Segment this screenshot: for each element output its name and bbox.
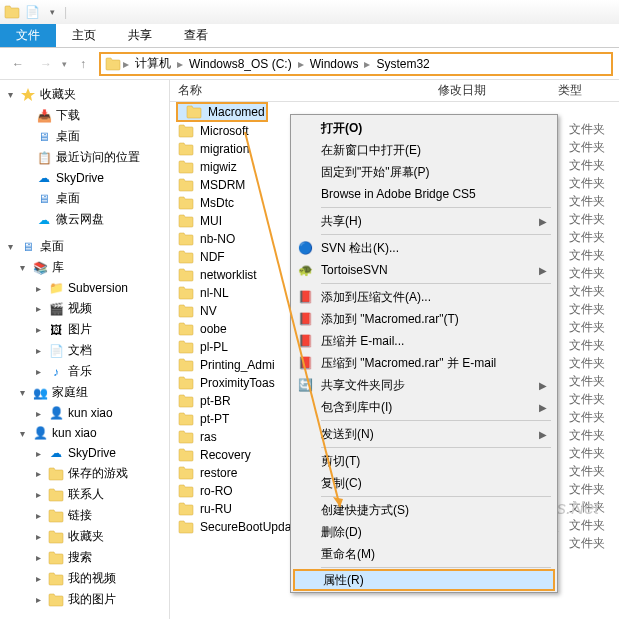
crumb-drive[interactable]: Windows8_OS (C:)	[185, 57, 296, 71]
menu-include[interactable]: 包含到库中(I)▶	[293, 396, 555, 418]
menu-properties[interactable]: 属性(R)	[293, 569, 555, 591]
sidebar-contacts[interactable]: ▸联系人	[0, 484, 169, 505]
sidebar-desktop-group[interactable]: ▾🖥桌面	[0, 236, 169, 257]
menu-newwindow[interactable]: 在新窗口中打开(E)	[293, 139, 555, 161]
tab-view[interactable]: 查看	[168, 24, 224, 47]
chevron-right-icon: ▶	[539, 216, 547, 227]
chevron-right-icon: ▶	[539, 380, 547, 391]
sidebar-downloads[interactable]: 📥下载	[0, 105, 169, 126]
rar-icon: 📕	[297, 311, 313, 327]
menu-delete[interactable]: 删除(D)	[293, 521, 555, 543]
folder-icon	[178, 340, 194, 354]
sidebar-mypictures[interactable]: ▸我的图片	[0, 589, 169, 610]
folder-icon	[178, 412, 194, 426]
menu-open[interactable]: 打开(O)	[293, 117, 555, 139]
file-name: Macromed	[208, 105, 266, 119]
tortoise-icon: 🐢	[297, 262, 313, 278]
chevron-right-icon: ▶	[539, 402, 547, 413]
menu-sharesync[interactable]: 🔄共享文件夹同步▶	[293, 374, 555, 396]
sidebar-documents[interactable]: ▸📄文档	[0, 340, 169, 361]
folder-icon	[178, 322, 194, 336]
menu-addrar[interactable]: 📕添加到 "Macromed.rar"(T)	[293, 308, 555, 330]
ribbon: 文件 主页 共享 查看	[0, 24, 619, 48]
folder-icon	[178, 304, 194, 318]
history-dropdown-icon[interactable]: ▾	[62, 59, 67, 69]
sidebar-recent[interactable]: 📋最近访问的位置	[0, 147, 169, 168]
menu-zipemail[interactable]: 📕压缩并 E-mail...	[293, 330, 555, 352]
sidebar-libraries[interactable]: ▾📚库	[0, 257, 169, 278]
tab-home[interactable]: 主页	[56, 24, 112, 47]
chevron-right-icon: ▶	[539, 429, 547, 440]
sidebar-searches[interactable]: ▸搜索	[0, 547, 169, 568]
sidebar-pictures[interactable]: ▸🖼图片	[0, 319, 169, 340]
chevron-right-icon: ▶	[539, 265, 547, 276]
col-type[interactable]: 类型	[550, 82, 619, 99]
sidebar-user2[interactable]: ▾👤kun xiao	[0, 423, 169, 443]
menu-bridge[interactable]: Browse in Adobe Bridge CS5	[293, 183, 555, 205]
menu-svn-checkout[interactable]: 🔵SVN 检出(K)...	[293, 237, 555, 259]
crumb-system32[interactable]: System32	[372, 57, 433, 71]
sidebar-skydrive[interactable]: ☁SkyDrive	[0, 168, 169, 188]
sidebar-homegroup[interactable]: ▾👥家庭组	[0, 382, 169, 403]
sidebar-videos[interactable]: ▸🎬视频	[0, 298, 169, 319]
tab-file[interactable]: 文件	[0, 24, 56, 47]
menu-rename[interactable]: 重命名(M)	[293, 543, 555, 565]
breadcrumb[interactable]: ▸ 计算机 ▸ Windows8_OS (C:) ▸ Windows ▸ Sys…	[99, 52, 613, 76]
folder-icon	[178, 142, 194, 156]
col-date[interactable]: 修改日期	[430, 82, 550, 99]
sidebar-links[interactable]: ▸链接	[0, 505, 169, 526]
menu-tortoise[interactable]: 🐢TortoiseSVN▶	[293, 259, 555, 281]
menu-separator	[321, 420, 551, 421]
chevron-right-icon[interactable]: ▸	[175, 57, 185, 71]
col-name[interactable]: 名称	[170, 82, 430, 99]
menu-cut[interactable]: 剪切(T)	[293, 450, 555, 472]
menu-shortcut[interactable]: 创建快捷方式(S)	[293, 499, 555, 521]
menu-addzip[interactable]: 📕添加到压缩文件(A)...	[293, 286, 555, 308]
folder-icon	[178, 466, 194, 480]
folder-icon	[178, 394, 194, 408]
folder-icon	[178, 178, 194, 192]
dropdown-icon[interactable]: ▾	[44, 4, 60, 20]
back-button[interactable]: ←	[6, 52, 30, 76]
folder-icon	[178, 196, 194, 210]
sidebar-skydrive2[interactable]: ▸☁SkyDrive	[0, 443, 169, 463]
folder-icon	[178, 268, 194, 282]
sidebar-favorites2[interactable]: ▸收藏夹	[0, 526, 169, 547]
menu-separator	[321, 207, 551, 208]
crumb-windows[interactable]: Windows	[306, 57, 363, 71]
menu-zipemailrar[interactable]: 📕压缩到 "Macromed.rar" 并 E-mail	[293, 352, 555, 374]
folder-icon	[4, 4, 20, 20]
chevron-right-icon[interactable]: ▸	[296, 57, 306, 71]
folder-icon	[186, 105, 202, 119]
sidebar-weiyun[interactable]: ☁微云网盘	[0, 209, 169, 230]
folder-icon	[178, 160, 194, 174]
sidebar-music[interactable]: ▸♪音乐	[0, 361, 169, 382]
tab-share[interactable]: 共享	[112, 24, 168, 47]
sidebar-favorites[interactable]: ▾收藏夹	[0, 84, 169, 105]
up-button[interactable]: ↑	[71, 52, 95, 76]
menu-share[interactable]: 共享(H)▶	[293, 210, 555, 232]
folder-icon	[178, 250, 194, 264]
sidebar-user1[interactable]: ▸👤kun xiao	[0, 403, 169, 423]
folder-icon	[178, 124, 194, 138]
folder-icon	[178, 520, 194, 534]
sidebar-desktop[interactable]: 🖥桌面	[0, 126, 169, 147]
menu-separator	[321, 283, 551, 284]
menu-separator	[321, 567, 551, 568]
folder-icon	[178, 232, 194, 246]
chevron-right-icon[interactable]: ▸	[362, 57, 372, 71]
nav-bar: ← → ▾ ↑ ▸ 计算机 ▸ Windows8_OS (C:) ▸ Windo…	[0, 48, 619, 80]
annotation-arrow	[245, 132, 247, 507]
chevron-right-icon[interactable]: ▸	[121, 57, 131, 71]
column-headers: 名称 修改日期 类型	[170, 80, 619, 102]
sidebar-savedgames[interactable]: ▸保存的游戏	[0, 463, 169, 484]
folder-icon	[178, 484, 194, 498]
sidebar-desktop2[interactable]: 🖥桌面	[0, 188, 169, 209]
menu-sendto[interactable]: 发送到(N)▶	[293, 423, 555, 445]
sidebar-myvideos[interactable]: ▸我的视频	[0, 568, 169, 589]
menu-pin[interactable]: 固定到"开始"屏幕(P)	[293, 161, 555, 183]
file-row-selected[interactable]: Macromed	[176, 102, 268, 122]
sidebar-subversion[interactable]: ▸📁Subversion	[0, 278, 169, 298]
crumb-computer[interactable]: 计算机	[131, 55, 175, 72]
document-icon[interactable]: 📄	[24, 4, 40, 20]
